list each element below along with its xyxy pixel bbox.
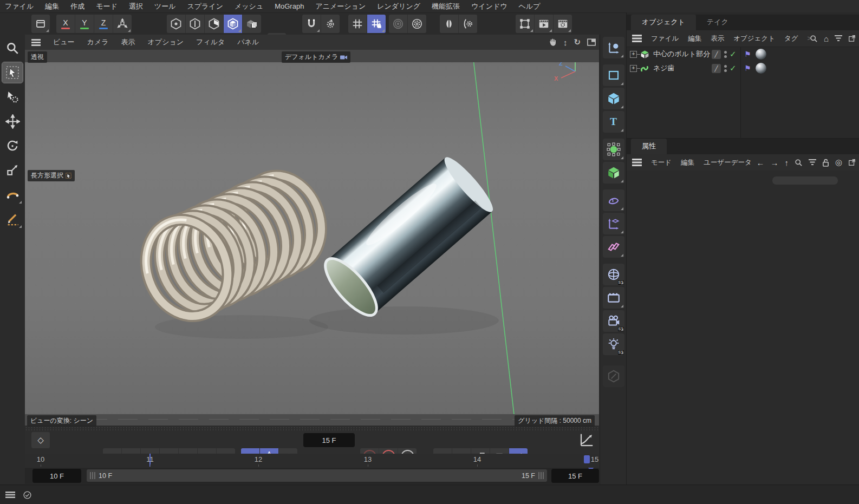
menu-window[interactable]: ウインドウ — [471, 2, 507, 11]
object-row[interactable]: + 中心のボルト部分 ╱ ✓ ⚑ — [627, 47, 859, 61]
object-name[interactable]: ネジ歯 — [653, 63, 675, 73]
polygons-mode-icon[interactable] — [205, 15, 223, 33]
status-menu-icon[interactable] — [5, 492, 15, 498]
menu-mode[interactable]: モード — [96, 2, 118, 11]
stage-object-icon[interactable] — [603, 287, 624, 309]
workplane-grid-icon[interactable] — [348, 15, 367, 33]
render-region-frame-icon[interactable] — [516, 15, 534, 33]
menu-help[interactable]: ヘルプ — [519, 2, 541, 11]
menu-file[interactable]: ファイル — [5, 2, 34, 11]
am-menu-edit[interactable]: 編集 — [681, 158, 694, 167]
tool-hint-chip[interactable]: 長方形選択 — [28, 170, 75, 181]
phong-tag-icon[interactable]: ⚑ — [744, 50, 751, 58]
edit-toggle-icon[interactable]: ╱ — [712, 64, 721, 73]
spline-pen-tool-icon[interactable] — [2, 208, 23, 229]
menu-animation[interactable]: アニメーション — [315, 2, 366, 11]
snap-magnet-icon[interactable] — [302, 15, 321, 33]
lock-workplane-icon[interactable] — [367, 15, 386, 33]
tab-objects[interactable]: オブジェクト — [631, 15, 696, 30]
viewport-canvas[interactable]: Y Z X 透視 デフォルトカメラ 長方形選択 — [25, 50, 599, 414]
current-frame-field[interactable]: 15 F — [303, 433, 355, 447]
menu-tools[interactable]: ツール — [154, 2, 176, 11]
object-name[interactable]: 中心のボルト部分 — [653, 49, 710, 59]
am-up-icon[interactable]: ↑ — [784, 158, 789, 167]
scale-tool-icon[interactable] — [2, 160, 23, 180]
edges-mode-icon[interactable] — [186, 15, 204, 33]
rectangle-spline-icon[interactable] — [603, 64, 624, 86]
timeline-editor-button[interactable] — [578, 432, 595, 448]
texture-mode-icon[interactable] — [243, 15, 261, 33]
preview-range-bar[interactable]: 10 F 15 F — [87, 469, 547, 482]
instance-icon[interactable] — [603, 236, 624, 258]
null-axis-icon[interactable] — [603, 213, 624, 234]
timeline-ruler[interactable]: 10 11 12 13 14 15 — [25, 454, 599, 467]
coordinate-system-icon[interactable] — [113, 15, 132, 33]
search-icon[interactable] — [2, 38, 23, 58]
om-menu-view[interactable]: 表示 — [711, 34, 724, 43]
axis-z-button[interactable]: Z — [94, 15, 113, 33]
range-start-field[interactable]: 10 F — [32, 469, 81, 483]
render-settings-icon[interactable] — [554, 15, 572, 33]
am-back-icon[interactable]: ← — [756, 158, 764, 167]
camera-object-icon[interactable]: ST — [603, 310, 624, 332]
cylinder-object[interactable] — [317, 152, 498, 323]
edit-toggle-icon[interactable]: ╱ — [712, 50, 721, 59]
am-target-icon[interactable]: ◎ — [835, 158, 842, 167]
model-mode-icon[interactable] — [224, 15, 242, 33]
interactive-render-region-icon[interactable] — [389, 15, 407, 33]
camera-label-chip[interactable]: デフォルトカメラ — [282, 51, 350, 63]
om-undock-icon[interactable] — [848, 35, 856, 42]
axis-y-button[interactable]: Y — [75, 15, 94, 33]
points-mode-icon[interactable] — [167, 15, 185, 33]
rectangle-select-tool[interactable] — [2, 62, 23, 83]
toggle-views-icon[interactable] — [587, 38, 596, 46]
orbit-icon[interactable]: ↻ — [574, 37, 581, 47]
viewport-hamburger-icon[interactable] — [31, 39, 41, 46]
om-home-icon[interactable]: ⌂ — [824, 34, 829, 43]
om-hamburger-icon[interactable] — [632, 35, 642, 42]
cube-primitive-icon[interactable] — [603, 88, 624, 109]
snap-settings-gear-icon[interactable] — [321, 15, 340, 33]
vp-menu-panel[interactable]: パネル — [237, 37, 259, 47]
tab-takes[interactable]: テイク — [696, 15, 739, 30]
pan-hand-icon[interactable] — [548, 38, 557, 47]
range-left-grip[interactable] — [90, 472, 95, 479]
visibility-dots[interactable] — [724, 51, 727, 58]
vp-menu-view[interactable]: ビュー — [53, 37, 75, 47]
render-view-icon[interactable] — [535, 15, 553, 33]
am-hamburger-icon[interactable] — [632, 159, 642, 166]
spring-object[interactable] — [133, 164, 334, 328]
menu-edit[interactable]: 編集 — [45, 2, 59, 11]
tab-attributes[interactable]: 属性 — [631, 139, 667, 154]
layout-icon[interactable] — [31, 15, 50, 33]
render-options-gear-icon[interactable] — [408, 15, 426, 33]
vp-menu-options[interactable]: オプション — [148, 37, 184, 47]
am-menu-userdata[interactable]: ユーザーデータ — [704, 158, 752, 167]
range-right-grip[interactable] — [538, 472, 544, 479]
menu-mesh[interactable]: メッシュ — [235, 2, 263, 11]
object-row[interactable]: + ネジ歯 ╱ ✓ ⚑ — [627, 61, 859, 75]
vp-menu-display[interactable]: 表示 — [121, 37, 135, 47]
subdivision-generator-icon[interactable] — [603, 139, 624, 160]
move-tool-icon[interactable] — [2, 111, 23, 132]
symmetry-settings-icon[interactable] — [459, 15, 477, 33]
tweak-tool-icon[interactable] — [2, 87, 23, 107]
vp-menu-camera[interactable]: カメラ — [87, 37, 109, 47]
material-tag-thumbnail[interactable] — [756, 63, 766, 74]
am-lock-icon[interactable] — [822, 159, 829, 167]
om-menu-tags[interactable]: タグ — [784, 34, 798, 43]
am-menu-mode[interactable]: モード — [651, 158, 672, 167]
spline-arc-tool-icon[interactable] — [2, 184, 23, 205]
om-filter-icon[interactable] — [835, 35, 842, 42]
expand-toggle-icon[interactable]: + — [630, 51, 637, 58]
text-object-icon[interactable]: T — [603, 111, 624, 133]
om-menu-objects[interactable]: オブジェクト — [733, 34, 775, 43]
volume-cube-icon[interactable] — [603, 162, 624, 184]
menu-create[interactable]: 作成 — [70, 2, 84, 11]
am-search-icon[interactable] — [795, 159, 803, 167]
frame-15-marker[interactable] — [584, 455, 590, 463]
symmetry-butterfly-icon[interactable] — [440, 15, 458, 33]
rotate-tool-icon[interactable] — [2, 135, 23, 156]
om-search-icon[interactable] — [810, 35, 818, 43]
status-ok-icon[interactable] — [23, 490, 32, 500]
